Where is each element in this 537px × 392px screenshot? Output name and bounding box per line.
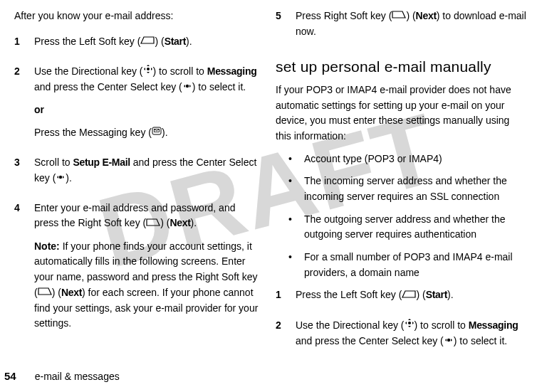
bullet-item: • The incoming server address and whethe… xyxy=(276,174,527,204)
messaging-key-icon xyxy=(152,125,162,140)
step-1: 1 Press the Left Soft key () (Start). xyxy=(14,34,261,57)
text: ). xyxy=(186,36,192,47)
note-label: Note: xyxy=(34,240,60,252)
text: ) to select it. xyxy=(192,81,246,92)
step-number: 3 xyxy=(14,155,24,194)
text: ). xyxy=(66,172,72,184)
step-number: 2 xyxy=(14,64,24,148)
bullet-dot: • xyxy=(288,174,294,204)
lead-text: After you know your e-mail address: xyxy=(14,9,261,24)
text: ) to select it. xyxy=(454,335,507,346)
text: ) to scroll to xyxy=(415,319,469,331)
bullet-dot: • xyxy=(288,212,294,243)
setup-email-label: Setup E-Mail xyxy=(73,157,130,168)
bullet-item: • Account type (POP3 or IMAP4) xyxy=(276,152,527,167)
step-3: 3 Scroll to Setup E-Mail and press the C… xyxy=(14,155,261,194)
bullet-item: • For a small number of POP3 and IMAP4 e… xyxy=(276,250,527,280)
svg-point-0 xyxy=(147,68,150,70)
next-label: Next xyxy=(170,217,190,228)
text: ) ( xyxy=(52,287,61,298)
text: ) ( xyxy=(160,217,170,228)
step-body: Use the Directional key () to scroll to … xyxy=(34,64,261,148)
step-body: Press Right Soft key () (Next) to downlo… xyxy=(296,9,527,47)
step-1b: 1 Press the Left Soft key () (Start). xyxy=(276,287,527,310)
step-number: 1 xyxy=(276,287,286,310)
bullet-text: The outgoing server address and whether … xyxy=(304,212,527,243)
right-softkey-icon xyxy=(392,8,406,23)
page-content: After you know your e-mail address: 1 Pr… xyxy=(0,0,537,392)
left-column: After you know your e-mail address: 1 Pr… xyxy=(4,9,268,385)
bullet-text: Account type (POP3 or IMAP4) xyxy=(304,152,442,167)
center-select-icon xyxy=(56,170,66,186)
step-body: Scroll to Setup E-Mail and press the Cen… xyxy=(34,155,261,194)
step-body: Enter your e-mail address and password, … xyxy=(34,201,261,339)
start-label: Start xyxy=(165,36,186,47)
messaging-label: Messaging xyxy=(469,319,518,331)
section-heading: set up personal e-mail manually xyxy=(276,58,527,75)
or-text: or xyxy=(34,102,261,118)
text: ) to scroll to xyxy=(153,65,207,77)
step-number: 4 xyxy=(14,201,24,339)
bullet-dot: • xyxy=(288,250,294,280)
next-label: Next xyxy=(416,10,437,21)
directional-key-icon xyxy=(143,63,153,79)
text: ). xyxy=(447,289,454,300)
svg-point-6 xyxy=(447,339,450,341)
bullet-item: • The outgoing server address and whethe… xyxy=(276,212,527,243)
text: ). xyxy=(191,217,197,228)
step-2b: 2 Use the Directional key () to scroll t… xyxy=(276,318,527,356)
text: ) ( xyxy=(406,10,415,21)
left-softkey-icon xyxy=(402,287,416,303)
text: Scroll to xyxy=(34,157,73,168)
text: Press Right Soft key ( xyxy=(296,10,392,21)
text: Use the Directional key ( xyxy=(34,65,143,77)
svg-point-5 xyxy=(408,322,411,324)
page-footer: 54 e-mail & messages xyxy=(0,370,120,382)
step-5: 5 Press Right Soft key () (Next) to down… xyxy=(276,9,527,47)
footer-text: e-mail & messages xyxy=(35,371,120,382)
directional-key-icon xyxy=(405,317,415,333)
step-4: 4 Enter your e-mail address and password… xyxy=(14,201,261,339)
text: Use the Directional key ( xyxy=(296,319,405,331)
step-body: Use the Directional key () to scroll to … xyxy=(296,318,527,356)
text: Enter your e-mail address and password, … xyxy=(34,202,235,229)
text: Press the Left Soft key ( xyxy=(296,289,402,300)
svg-point-4 xyxy=(59,176,62,179)
step-number: 5 xyxy=(276,9,286,47)
text: ) ( xyxy=(416,289,425,300)
bullet-dot: • xyxy=(288,152,294,167)
center-select-icon xyxy=(444,333,454,349)
svg-point-1 xyxy=(186,85,189,88)
left-softkey-icon xyxy=(140,33,155,49)
step-number: 2 xyxy=(276,318,286,356)
text: ). xyxy=(162,127,168,138)
step-body: Press the Left Soft key () (Start). xyxy=(296,287,527,310)
step-2: 2 Use the Directional key () to scroll t… xyxy=(14,64,261,148)
page-number: 54 xyxy=(4,370,16,382)
text: and press the Center Select key ( xyxy=(34,81,182,92)
right-softkey-icon xyxy=(38,285,52,300)
text: ) ( xyxy=(155,36,164,47)
bullet-text: The incoming server address and whether … xyxy=(304,174,527,204)
text: and press the Center Select key ( xyxy=(296,335,444,346)
next-label: Next xyxy=(61,287,82,298)
messaging-label: Messaging xyxy=(207,65,257,77)
text: Press the Messaging key ( xyxy=(34,127,152,138)
bullet-text: For a small number of POP3 and IMAP4 e-m… xyxy=(304,250,527,280)
intro-paragraph: If your POP3 or IMAP4 e-mail provider do… xyxy=(276,83,527,144)
start-label: Start xyxy=(426,289,447,300)
center-select-icon xyxy=(182,79,192,95)
right-softkey-icon xyxy=(146,216,160,231)
step-body: Press the Left Soft key () (Start). xyxy=(34,34,261,57)
step-number: 1 xyxy=(14,34,24,57)
right-column: 5 Press Right Soft key () (Next) to down… xyxy=(268,9,533,385)
text: Press the Left Soft key ( xyxy=(34,36,140,47)
